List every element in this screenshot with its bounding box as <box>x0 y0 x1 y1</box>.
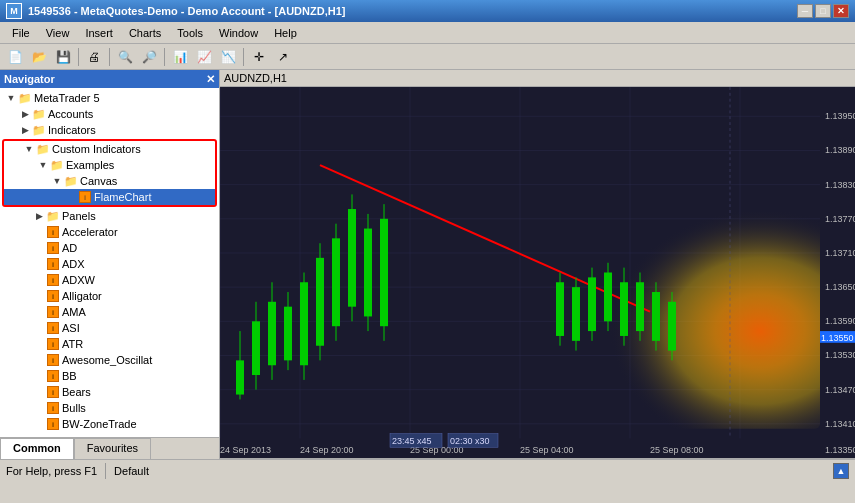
tree-item-alligator[interactable]: i Alligator <box>0 288 219 304</box>
tree-item-bwzonetrade[interactable]: i BW-ZoneTrade <box>0 416 219 432</box>
tree-item-bb[interactable]: i BB <box>0 368 219 384</box>
svg-rect-32 <box>332 238 340 326</box>
tree-item-accelerator[interactable]: i Accelerator <box>0 224 219 240</box>
navigator-tree: ▼ 📁 MetaTrader 5 ▶ 📁 Accounts ▶ 📁 Indica… <box>0 88 219 437</box>
toolbar-open[interactable]: 📂 <box>28 46 50 68</box>
menu-view[interactable]: View <box>38 25 78 41</box>
svg-text:1.13650: 1.13650 <box>825 282 855 292</box>
navigator-title: Navigator <box>4 73 55 85</box>
tree-item-atr[interactable]: i ATR <box>0 336 219 352</box>
tree-label-awesome: Awesome_Oscillat <box>62 354 152 366</box>
toolbar-chart-bar[interactable]: 📊 <box>169 46 191 68</box>
nav-tab-favourites[interactable]: Favourites <box>74 438 151 459</box>
svg-text:25 Sep 08:00: 25 Sep 08:00 <box>650 445 703 455</box>
tree-item-ad[interactable]: i AD <box>0 240 219 256</box>
toolbar-chart-line[interactable]: 📈 <box>193 46 215 68</box>
status-help-text: For Help, press F1 <box>6 465 97 477</box>
menu-help[interactable]: Help <box>266 25 305 41</box>
maximize-button[interactable]: □ <box>815 4 831 18</box>
tree-label-atr: ATR <box>62 338 83 350</box>
tree-item-canvas[interactable]: ▼ 📁 Canvas <box>4 173 215 189</box>
folder-icon-examples: 📁 <box>50 158 64 172</box>
svg-text:1.13470: 1.13470 <box>825 385 855 395</box>
chart-canvas[interactable]: 1.13950 1.13890 1.13830 1.13770 1.13710 … <box>220 87 855 458</box>
svg-rect-52 <box>652 292 660 341</box>
navigator-tabs: Common Favourites <box>0 437 219 459</box>
svg-rect-50 <box>636 282 644 331</box>
tree-label-accounts: Accounts <box>48 108 93 120</box>
svg-rect-40 <box>556 282 564 336</box>
tree-label-custom: Custom Indicators <box>52 143 141 155</box>
tree-item-adx[interactable]: i ADX <box>0 256 219 272</box>
toolbar-chart-candle[interactable]: 📉 <box>217 46 239 68</box>
navigator-close-button[interactable]: ✕ <box>206 73 215 86</box>
indicator-icon-flamechart: i <box>78 190 92 204</box>
toolbar-zoom-in[interactable]: 🔍 <box>114 46 136 68</box>
svg-rect-48 <box>620 282 628 336</box>
tree-item-panels[interactable]: ▶ 📁 Panels <box>0 208 219 224</box>
tree-item-ama[interactable]: i AMA <box>0 304 219 320</box>
indicator-icon-alligator: i <box>46 289 60 303</box>
tree-item-metatrader5[interactable]: ▼ 📁 MetaTrader 5 <box>0 90 219 106</box>
tree-item-adxw[interactable]: i ADXW <box>0 272 219 288</box>
tree-label-adx: ADX <box>62 258 85 270</box>
svg-text:1.13710: 1.13710 <box>825 248 855 258</box>
svg-rect-38 <box>380 219 388 326</box>
svg-text:25 Sep 04:00: 25 Sep 04:00 <box>520 445 573 455</box>
tree-label-bears: Bears <box>62 386 91 398</box>
svg-text:1.13550: 1.13550 <box>821 333 854 343</box>
toolbar-new[interactable]: 📄 <box>4 46 26 68</box>
tree-item-custom-indicators[interactable]: ▼ 📁 Custom Indicators <box>4 141 215 157</box>
close-button[interactable]: ✕ <box>833 4 849 18</box>
indicator-icon-atr: i <box>46 337 60 351</box>
svg-text:1.13590: 1.13590 <box>825 316 855 326</box>
svg-rect-46 <box>604 273 612 322</box>
tree-item-asi[interactable]: i ASI <box>0 320 219 336</box>
svg-rect-34 <box>348 209 356 307</box>
status-separator <box>105 463 106 479</box>
menu-charts[interactable]: Charts <box>121 25 169 41</box>
svg-rect-28 <box>300 282 308 365</box>
tree-item-examples[interactable]: ▼ 📁 Examples <box>4 157 215 173</box>
indicator-icon-bwzone: i <box>46 417 60 431</box>
tree-label-adxw: ADXW <box>62 274 95 286</box>
toolbar-separator-1 <box>78 48 79 66</box>
svg-text:1.13770: 1.13770 <box>825 214 855 224</box>
indicator-icon-bulls: i <box>46 401 60 415</box>
toolbar-print[interactable]: 🖨 <box>83 46 105 68</box>
svg-text:24 Sep 20:00: 24 Sep 20:00 <box>300 445 353 455</box>
chart-svg: 1.13950 1.13890 1.13830 1.13770 1.13710 … <box>220 87 855 458</box>
nav-tab-common[interactable]: Common <box>0 438 74 459</box>
svg-text:1.13350: 1.13350 <box>825 445 855 455</box>
indicator-icon-asi: i <box>46 321 60 335</box>
tree-item-awesome[interactable]: i Awesome_Oscillat <box>0 352 219 368</box>
svg-rect-36 <box>364 229 372 317</box>
svg-text:1.13530: 1.13530 <box>825 351 855 361</box>
tree-label-flamechart: FlameChart <box>94 191 151 203</box>
tree-item-flamechart[interactable]: i FlameChart <box>4 189 215 205</box>
expand-icon-canvas: ▼ <box>50 174 64 188</box>
svg-text:1.13890: 1.13890 <box>825 145 855 155</box>
svg-rect-44 <box>588 277 596 331</box>
toolbar-crosshair[interactable]: ✛ <box>248 46 270 68</box>
toolbar-zoom-out[interactable]: 🔎 <box>138 46 160 68</box>
tree-label-mt5: MetaTrader 5 <box>34 92 100 104</box>
tree-item-bulls[interactable]: i Bulls <box>0 400 219 416</box>
tree-item-accounts[interactable]: ▶ 📁 Accounts <box>0 106 219 122</box>
menu-file[interactable]: File <box>4 25 38 41</box>
menu-bar: File View Insert Charts Tools Window Hel… <box>0 22 855 44</box>
expand-icon-mt5: ▼ <box>4 91 18 105</box>
tree-label-asi: ASI <box>62 322 80 334</box>
toolbar-separator-3 <box>164 48 165 66</box>
chart-header: AUDNZD,H1 <box>220 70 855 87</box>
title-text: 1549536 - MetaQuotes-Demo - Demo Account… <box>28 5 345 17</box>
spacer-accelerator <box>32 225 46 239</box>
minimize-button[interactable]: ─ <box>797 4 813 18</box>
toolbar-save[interactable]: 💾 <box>52 46 74 68</box>
tree-item-indicators[interactable]: ▶ 📁 Indicators <box>0 122 219 138</box>
menu-tools[interactable]: Tools <box>169 25 211 41</box>
menu-insert[interactable]: Insert <box>77 25 121 41</box>
menu-window[interactable]: Window <box>211 25 266 41</box>
toolbar-arrow[interactable]: ↗ <box>272 46 294 68</box>
tree-item-bears[interactable]: i Bears <box>0 384 219 400</box>
